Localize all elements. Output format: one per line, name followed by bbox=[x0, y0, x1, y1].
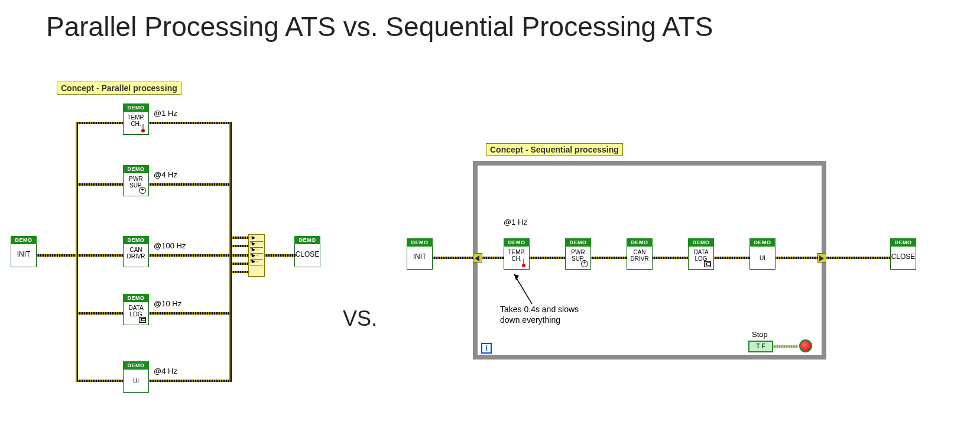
seq-node-datalog: DEMO DATA LOG bbox=[688, 246, 714, 270]
demo-cap: DEMO bbox=[294, 236, 320, 244]
demo-cap: DEMO bbox=[123, 361, 149, 370]
node-label: CLOSE bbox=[891, 254, 916, 260]
demo-cap: DEMO bbox=[123, 103, 149, 112]
wire bbox=[229, 237, 249, 239]
wire bbox=[229, 263, 249, 265]
node-label: PWR SUP. bbox=[566, 249, 590, 262]
node-label: CAN DRIVR bbox=[627, 249, 652, 262]
page-title: Parallel Processing ATS vs. Sequential P… bbox=[46, 11, 713, 43]
wire bbox=[149, 254, 248, 257]
wire bbox=[714, 257, 749, 259]
node-label: DATA LOG bbox=[689, 249, 713, 262]
vs-label: VS. bbox=[343, 306, 377, 331]
wire bbox=[76, 122, 78, 382]
demo-cap: DEMO bbox=[565, 238, 591, 247]
disk-icon bbox=[704, 261, 711, 267]
seq-node-temp: DEMO TEMP. CH. bbox=[504, 246, 530, 270]
demo-cap: DEMO bbox=[11, 236, 37, 244]
node-label: DATA LOG bbox=[124, 305, 148, 318]
wire bbox=[433, 257, 474, 259]
seq-init-node: DEMO INIT bbox=[407, 246, 433, 270]
seq-node-can: DEMO CAN DRIVR bbox=[627, 246, 653, 270]
parallel-node-pwr: DEMO PWR SUP. bbox=[123, 173, 149, 196]
sequential-caption: Concept - Sequential processing bbox=[486, 143, 623, 156]
wire bbox=[76, 122, 124, 124]
wire bbox=[149, 122, 232, 124]
node-label: CLOSE bbox=[295, 251, 320, 258]
node-label: UI bbox=[750, 255, 775, 261]
parallel-close-node: DEMO CLOSE bbox=[294, 244, 320, 267]
wire bbox=[229, 271, 249, 273]
parallel-node-ui: DEMO UI bbox=[123, 369, 149, 393]
wire bbox=[229, 245, 249, 247]
wire-green bbox=[773, 345, 798, 348]
disk-icon bbox=[139, 317, 146, 323]
wire bbox=[149, 312, 232, 315]
demo-cap: DEMO bbox=[890, 238, 916, 247]
node-label: CAN DRIVR bbox=[124, 247, 148, 260]
left-tunnel bbox=[473, 253, 482, 263]
seq-rate-label: @1 Hz bbox=[504, 218, 527, 226]
wire bbox=[530, 257, 565, 259]
demo-cap: DEMO bbox=[123, 165, 149, 173]
thermometer-icon bbox=[141, 124, 145, 132]
stop-label: Stop bbox=[752, 330, 768, 339]
parallel-node-temp: DEMO TEMP. CH. bbox=[123, 111, 149, 135]
wire bbox=[76, 380, 124, 382]
rate-label-3: @10 Hz bbox=[154, 299, 181, 308]
wire bbox=[482, 257, 504, 259]
wire bbox=[653, 257, 688, 259]
node-label: INIT bbox=[11, 251, 36, 258]
loop-iteration-terminal: i bbox=[481, 343, 492, 354]
wire bbox=[76, 312, 124, 315]
rate-label-2: @100 Hz bbox=[154, 241, 186, 250]
parallel-init-node: DEMO INIT bbox=[11, 244, 37, 267]
parallel-node-datalog: DEMO DATA LOG bbox=[123, 302, 149, 325]
demo-cap: DEMO bbox=[123, 236, 149, 244]
rate-label-1: @4 Hz bbox=[154, 170, 177, 179]
seq-annotation: Takes 0.4s and slows down everything bbox=[500, 304, 579, 325]
stop-tf-indicator: T F bbox=[748, 341, 773, 352]
rate-label-4: @4 Hz bbox=[154, 367, 177, 375]
wire bbox=[76, 254, 124, 257]
demo-cap: DEMO bbox=[688, 238, 714, 247]
plus-circle-icon bbox=[581, 260, 588, 267]
right-tunnel bbox=[817, 253, 826, 263]
wire bbox=[826, 257, 890, 259]
demo-cap: DEMO bbox=[749, 238, 775, 247]
seq-node-ui: DEMO UI bbox=[749, 246, 775, 270]
wire bbox=[149, 183, 232, 186]
demo-cap: DEMO bbox=[504, 238, 530, 247]
node-label: INIT bbox=[407, 254, 432, 260]
seq-node-pwr: DEMO PWR SUP. bbox=[565, 246, 591, 270]
demo-cap: DEMO bbox=[123, 294, 149, 302]
wire bbox=[229, 122, 232, 382]
stop-button-icon bbox=[799, 339, 812, 352]
seq-close-node: DEMO CLOSE bbox=[890, 246, 916, 270]
wire bbox=[76, 183, 124, 186]
node-label: PWR SUP. bbox=[124, 176, 148, 189]
demo-cap: DEMO bbox=[627, 238, 653, 247]
parallel-node-can: DEMO CAN DRIVR bbox=[123, 244, 149, 267]
wire bbox=[775, 257, 818, 259]
thermometer-icon bbox=[522, 259, 525, 267]
node-label: UI bbox=[124, 378, 148, 384]
demo-cap: DEMO bbox=[407, 238, 433, 247]
wire bbox=[37, 254, 78, 257]
merge-errors-node bbox=[248, 234, 265, 277]
wire bbox=[265, 254, 296, 257]
wire bbox=[149, 380, 232, 382]
rate-label-0: @1 Hz bbox=[154, 109, 177, 118]
parallel-caption: Concept - Parallel processing bbox=[57, 82, 181, 95]
plus-circle-icon bbox=[139, 187, 146, 194]
wire bbox=[591, 257, 627, 259]
